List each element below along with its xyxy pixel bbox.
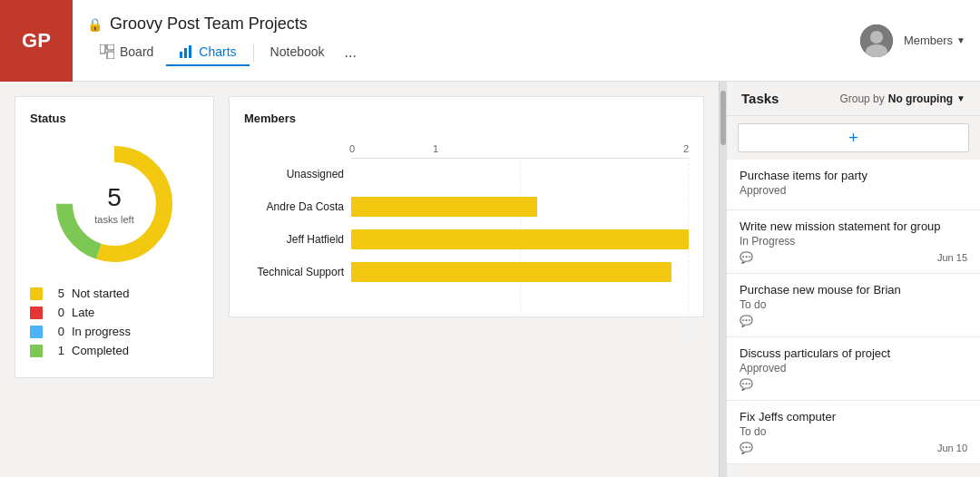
header-right: Members ▼: [860, 24, 980, 57]
task-date-1: Jun 15: [937, 252, 967, 263]
comment-icon-4: 💬: [740, 442, 753, 454]
bar-row-tech: Technical Support: [244, 262, 689, 282]
legend-color-green: [30, 345, 43, 357]
avatar-image: [860, 24, 893, 57]
task-card-0[interactable]: Purchase items for party Approved: [727, 160, 980, 210]
task-card-4[interactable]: Fix Jeffs computer To do 💬 Jun 10: [727, 401, 980, 464]
members-card: Members 0 1 2 Unassigned: [229, 96, 704, 317]
svg-point-7: [870, 31, 883, 44]
comment-icon-3: 💬: [740, 378, 753, 391]
page-title: Groovy Post Team Projects: [110, 15, 308, 34]
tasks-panel: Tasks Group by No grouping ▼ + Purchase …: [726, 82, 980, 477]
task-name-2: Purchase new mouse for Brian: [740, 283, 967, 297]
task-name-4: Fix Jeffs computer: [740, 410, 967, 423]
nav-separator: [253, 44, 254, 62]
bar-row-andre: Andre Da Costa: [244, 197, 689, 217]
main-content: Status 5 tasks left: [0, 82, 980, 477]
header-content: 🔒 Groovy Post Team Projects Board Charts…: [73, 15, 860, 66]
task-status-0: Approved: [740, 184, 967, 197]
task-status-4: To do: [740, 425, 967, 438]
members-chevron-icon: ▼: [956, 35, 965, 45]
bar-fill-andre: [351, 197, 537, 217]
legend-completed: 1 Completed: [30, 344, 199, 357]
task-footer-4: 💬 Jun 10: [740, 442, 967, 454]
task-date-4: Jun 10: [937, 443, 967, 453]
bar-area-andre: [351, 197, 689, 217]
task-card-3[interactable]: Discuss particulars of project Approved …: [727, 337, 980, 401]
nav-notebook[interactable]: Notebook: [258, 39, 338, 66]
legend-late: 0 Late: [30, 306, 199, 319]
task-footer-3: 💬: [740, 378, 967, 391]
bar-area-tech: [351, 262, 689, 282]
legend-in-progress: 0 In progress: [30, 325, 199, 338]
legend: 5 Not started 0 Late 0 In progress 1 Com…: [30, 287, 199, 357]
members-title: Members: [244, 112, 689, 125]
task-status-3: Approved: [740, 362, 967, 375]
nav-bar: Board Charts Notebook ...: [87, 39, 846, 66]
left-panel: Status 5 tasks left: [0, 82, 719, 477]
header: GP 🔒 Groovy Post Team Projects Board Cha…: [0, 0, 980, 82]
status-card: Status 5 tasks left: [15, 96, 214, 378]
tasks-groupby[interactable]: Group by No grouping ▼: [839, 92, 965, 105]
donut-chart: 5 tasks left: [30, 136, 199, 272]
bar-fill-tech: [351, 262, 671, 282]
task-card-1[interactable]: Write new mission statement for group In…: [727, 210, 980, 274]
nav-more-button[interactable]: ...: [338, 39, 364, 66]
svg-rect-4: [184, 48, 187, 58]
scrollbar-thumb: [720, 91, 726, 145]
svg-rect-2: [107, 52, 114, 59]
legend-not-started: 5 Not started: [30, 287, 199, 300]
axis-line: [351, 158, 689, 159]
svg-rect-3: [180, 52, 182, 58]
board-icon: [100, 44, 114, 59]
bar-row-unassigned: Unassigned: [244, 164, 689, 184]
task-card-2[interactable]: Purchase new mouse for Brian To do 💬: [727, 274, 980, 337]
bar-label-andre: Andre Da Costa: [244, 200, 344, 213]
bar-area-jeff: [351, 229, 689, 249]
lock-icon: 🔒: [87, 17, 103, 32]
bar-label-tech: Technical Support: [244, 266, 344, 278]
bar-area-unassigned: [351, 164, 689, 184]
svg-rect-1: [107, 44, 114, 50]
donut-center: 5 tasks left: [94, 183, 133, 226]
bar-label-jeff: Jeff Hatfield: [244, 233, 344, 246]
groupby-chevron-icon: ▼: [956, 93, 965, 103]
svg-rect-5: [189, 45, 191, 58]
nav-board[interactable]: Board: [87, 39, 166, 66]
add-task-button[interactable]: +: [738, 123, 969, 152]
title-row: 🔒 Groovy Post Team Projects: [87, 15, 846, 34]
comment-icon-1: 💬: [740, 251, 753, 264]
nav-charts[interactable]: Charts: [166, 39, 249, 66]
legend-color-red: [30, 307, 43, 319]
comment-icon-2: 💬: [740, 315, 753, 327]
avatar: [860, 24, 893, 57]
tasks-header: Tasks Group by No grouping ▼: [727, 82, 980, 116]
members-button[interactable]: Members ▼: [904, 34, 965, 47]
svg-rect-0: [100, 44, 105, 54]
legend-color-yellow: [30, 287, 43, 300]
task-status-2: To do: [740, 298, 967, 311]
task-name-1: Write new mission statement for group: [740, 219, 967, 233]
app-logo: GP: [0, 0, 73, 82]
main-scrollbar[interactable]: [719, 82, 726, 477]
task-footer-1: 💬 Jun 15: [740, 251, 967, 264]
task-name-0: Purchase items for party: [740, 169, 967, 182]
bar-chart: 0 1 2 Unassigned Andre Da Cost: [244, 136, 689, 302]
task-footer-2: 💬: [740, 315, 967, 327]
task-status-1: In Progress: [740, 235, 967, 248]
legend-color-blue: [30, 326, 43, 338]
bar-label-unassigned: Unassigned: [244, 168, 344, 180]
charts-icon: [179, 44, 193, 59]
axis-labels: 0 1 2: [351, 143, 689, 154]
tasks-title: Tasks: [741, 91, 779, 106]
bar-row-jeff: Jeff Hatfield: [244, 229, 689, 249]
tasks-list: Purchase items for party Approved Write …: [727, 160, 980, 477]
task-name-3: Discuss particulars of project: [740, 346, 967, 360]
status-title: Status: [30, 112, 199, 125]
bar-fill-jeff: [351, 229, 689, 249]
